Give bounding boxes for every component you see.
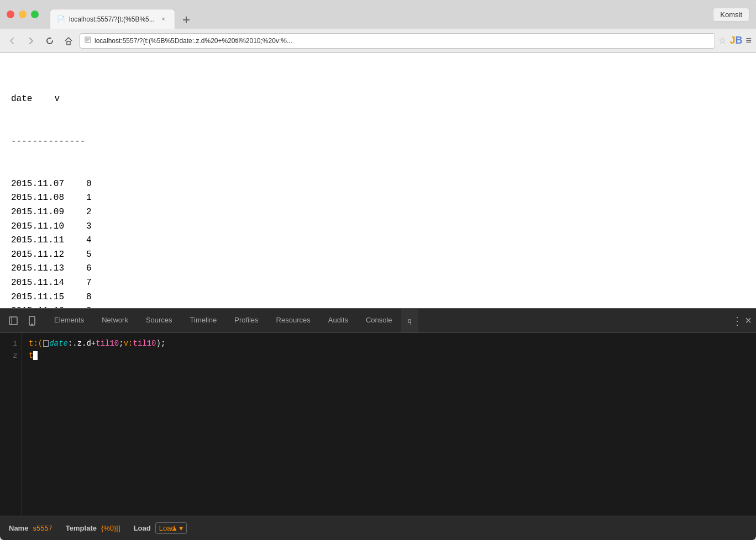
- tab-bar: 📄 localhost:5557/?{t:(%5B%5... ×: [50, 0, 708, 29]
- code-token-close: );: [156, 339, 166, 348]
- table-cell-date: 2015.11.07: [11, 177, 64, 192]
- table-cell-date: 2015.11.15: [11, 290, 64, 305]
- code-line-1: t:(date:.z.d + til 10; v: til 10);: [29, 337, 749, 350]
- table-rows: 2015.11.0702015.11.0812015.11.0922015.11…: [11, 177, 745, 308]
- tab-console[interactable]: Console: [357, 309, 401, 332]
- svg-rect-7: [9, 317, 17, 325]
- address-bar[interactable]: localhost:5557/?{t:(%5B%5Ddate:.z.d%20+%…: [80, 33, 715, 49]
- tab-profiles[interactable]: Profiles: [225, 309, 267, 332]
- table-cell-v: 1: [86, 191, 92, 205]
- home-button[interactable]: [61, 33, 76, 49]
- table-cell-v: 4: [86, 234, 92, 248]
- status-name-value: s5557: [33, 524, 52, 532]
- table-row: 2015.11.158: [11, 290, 745, 305]
- table-row: 2015.11.081: [11, 191, 745, 205]
- traffic-light-red[interactable]: [7, 10, 14, 18]
- table-row: 2015.11.136: [11, 262, 745, 276]
- chrome-window: 📄 localhost:5557/?{t:(%5B%5... × Komsit: [0, 0, 756, 540]
- code-token-zd: :.z.d: [68, 339, 91, 348]
- jb-logo-b: B: [735, 35, 742, 46]
- col-header-date: date: [11, 92, 32, 107]
- code-token-10a: 10: [109, 339, 119, 348]
- address-page-icon: [85, 36, 91, 45]
- jb-logo-j: J: [729, 35, 735, 46]
- tab-network[interactable]: Network: [93, 309, 137, 332]
- table-row: 2015.11.070: [11, 177, 745, 192]
- table-cell-date: 2015.11.11: [11, 234, 64, 248]
- browser-tab[interactable]: 📄 localhost:5557/?{t:(%5B%5... ×: [50, 9, 175, 29]
- title-bar: 📄 localhost:5557/?{t:(%5B%5... × Komsit: [0, 0, 756, 29]
- load-select[interactable]: Load: [155, 522, 187, 534]
- table-cell-v: 8: [86, 290, 92, 305]
- table-row: 2015.11.147: [11, 276, 745, 290]
- devtools-more-icon[interactable]: ⋮: [732, 314, 743, 327]
- browser-content: date v -------------- 2015.11.0702015.11…: [0, 53, 756, 540]
- table-cell-date: 2015.11.16: [11, 304, 64, 308]
- code-token-checkbox: [43, 340, 49, 347]
- jb-logo: JB: [729, 35, 742, 46]
- devtools-statusbar: Name s5557 Template {%0}[] Load Load ▲▼: [0, 516, 756, 540]
- bookmark-star-icon[interactable]: ☆: [718, 35, 726, 46]
- code-token-plus: +: [91, 339, 96, 348]
- forward-button[interactable]: [23, 33, 39, 49]
- table-cell-date: 2015.11.14: [11, 276, 64, 290]
- code-line-2: t: [29, 350, 749, 362]
- code-token-t1: t:(: [29, 339, 43, 348]
- new-tab-button[interactable]: [177, 11, 195, 29]
- table-cell-v: 7: [86, 276, 92, 290]
- tab-resources[interactable]: Resources: [267, 309, 319, 332]
- tab-close-button[interactable]: ×: [159, 15, 168, 24]
- tab-timeline[interactable]: Timeline: [181, 309, 226, 332]
- status-load: Load Load ▲▼: [134, 522, 187, 534]
- tab-audits[interactable]: Audits: [319, 309, 357, 332]
- table-cell-date: 2015.11.10: [11, 220, 64, 234]
- table-cell-v: 6: [86, 262, 92, 276]
- status-load-label: Load: [134, 524, 151, 532]
- devtools-tabs: Elements Network Sources Timeline Profil…: [45, 309, 727, 332]
- table-cell-v: 0: [86, 177, 92, 192]
- tab-q[interactable]: q: [401, 309, 418, 332]
- tab-title: localhost:5557/?{t:(%5B%5...: [69, 15, 155, 23]
- table-cell-v: 3: [86, 220, 92, 234]
- code-token-v: v:: [124, 339, 133, 348]
- code-token-t2: t: [29, 351, 33, 360]
- devtools-toolbar: Elements Network Sources Timeline Profil…: [0, 309, 756, 333]
- browser-menu-icon[interactable]: ≡: [746, 35, 752, 46]
- tab-sources[interactable]: Sources: [137, 309, 181, 332]
- tab-elements[interactable]: Elements: [45, 309, 93, 332]
- devtools-icon-group: [0, 312, 45, 330]
- devtools-inspect-icon[interactable]: [4, 312, 22, 330]
- devtools-body: 1 2 t:(date:.z.d + til 10; v: til 10); t: [0, 333, 756, 516]
- line-number-2: 2: [0, 350, 22, 362]
- page-content: date v -------------- 2015.11.0702015.11…: [0, 53, 756, 308]
- table-cell-v: 9: [86, 304, 92, 308]
- traffic-light-green[interactable]: [31, 10, 39, 18]
- text-cursor: [33, 351, 38, 360]
- devtools-right-controls: ⋮ ×: [727, 314, 756, 327]
- toolbar: localhost:5557/?{t:(%5B%5Ddate:.z.d%20+%…: [0, 29, 756, 53]
- devtools-panel: Elements Network Sources Timeline Profil…: [0, 308, 756, 540]
- table-row: 2015.11.125: [11, 248, 745, 262]
- back-button[interactable]: [4, 33, 20, 49]
- komsit-button[interactable]: Komsit: [713, 8, 749, 22]
- code-editor[interactable]: t:(date:.z.d + til 10; v: til 10); t: [22, 333, 756, 516]
- table-cell-date: 2015.11.09: [11, 205, 64, 220]
- toolbar-right: ☆ JB ≡: [718, 35, 752, 46]
- svg-rect-1: [183, 19, 190, 20]
- table-cell-date: 2015.11.13: [11, 262, 64, 276]
- reload-button[interactable]: [42, 33, 57, 49]
- table-row: 2015.11.103: [11, 220, 745, 234]
- status-name: Name s5557: [9, 524, 53, 532]
- table-row: 2015.11.114: [11, 234, 745, 248]
- devtools-close-icon[interactable]: ×: [745, 314, 752, 327]
- devtools-mobile-icon[interactable]: [23, 312, 41, 330]
- col-header-v: v: [54, 92, 60, 107]
- code-token-date: date: [49, 339, 68, 348]
- code-token-til2: til: [133, 339, 147, 348]
- line-numbers: 1 2: [0, 333, 22, 516]
- table-row: 2015.11.092: [11, 205, 745, 220]
- status-template: Template {%0}[]: [66, 524, 120, 532]
- status-template-label: Template: [66, 524, 97, 532]
- line-number-1: 1: [0, 337, 22, 350]
- traffic-light-yellow[interactable]: [19, 10, 27, 18]
